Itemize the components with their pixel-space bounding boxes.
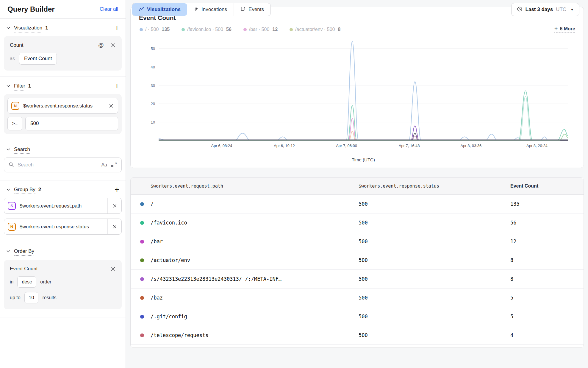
in-label: in (10, 279, 13, 285)
x-axis-title: Time (UTC) (159, 157, 568, 162)
table-row[interactable]: /s/432313e22313e28313e2430313/_/;/META-I… (131, 270, 584, 289)
legend-count: 8 (338, 27, 341, 32)
legend-item[interactable]: /actuator/env · 500 8 (290, 27, 340, 32)
add-filter-button[interactable]: + (113, 83, 121, 89)
cell-path: / (131, 195, 339, 213)
x-tick-label: Apr 6, 08:24 (211, 144, 232, 148)
filter-field-pill[interactable]: N $workers.event.response.status (7, 98, 118, 114)
number-type-icon: N (11, 102, 19, 110)
line-chart: 1020304050Apr 6, 08:24Apr 6, 19:12Apr 7,… (139, 39, 575, 162)
chevron-down-icon[interactable] (5, 83, 12, 89)
filter-value-input[interactable]: 500 (25, 117, 118, 130)
series-color-dot (140, 221, 144, 225)
legend-text: / · 500 (145, 27, 159, 32)
cell-count: 12 (491, 232, 584, 251)
chevron-down-icon[interactable] (5, 146, 12, 153)
time-range-picker[interactable]: Last 3 days UTC ▼ (511, 3, 579, 16)
close-icon[interactable] (110, 266, 116, 272)
visualization-alias-input[interactable]: Event Count (19, 53, 57, 65)
view-tabs: Visualizations Invocations Events (132, 3, 271, 16)
remove-filter-button[interactable] (104, 98, 118, 113)
legend-item[interactable]: / · 500 135 (140, 27, 170, 32)
path-value: /s/432313e22313e28313e2430313/_/;/META-I… (151, 276, 282, 282)
at-sign-icon[interactable]: @ (98, 42, 104, 49)
filter-count: 1 (28, 83, 31, 89)
cell-count: 8 (491, 251, 584, 269)
y-tick-label: 40 (151, 65, 155, 69)
legend-more-button[interactable]: + 6 More (554, 26, 575, 33)
path-value: /.git/config (151, 314, 187, 319)
path-value: /baz (151, 295, 163, 301)
order-direction-select[interactable]: desc (17, 276, 36, 288)
cell-count: 4 (491, 326, 584, 344)
filter-field-name: $workers.event.response.status (23, 103, 104, 109)
remove-group-by-button[interactable] (108, 219, 121, 234)
group-by-pill[interactable]: S $workers.event.request.path (4, 198, 122, 214)
visualization-function[interactable]: Count (10, 42, 23, 48)
series-other-purple (159, 126, 568, 141)
table-row[interactable]: /actuator/env5008 (131, 251, 584, 270)
query-builder-page: Query Builder Clear all Visualization 1 … (0, 0, 588, 368)
section-order-by: Order By Event Count in desc order up to… (0, 242, 126, 317)
section-filter: Filter 1 + N $workers.event.response.sta… (0, 77, 126, 140)
clear-all-link[interactable]: Clear all (100, 6, 118, 12)
number-type-icon: N (8, 223, 16, 231)
order-by-section-label: Order By (14, 248, 34, 254)
timezone-label: UTC (556, 7, 566, 13)
add-visualization-button[interactable]: + (113, 25, 121, 31)
cell-count: 56 (491, 213, 584, 232)
tab-label: Invocations (201, 7, 227, 13)
table-row[interactable]: /baz5005 (131, 289, 584, 307)
regex-icon[interactable]: * (111, 162, 117, 168)
cell-status: 500 (339, 270, 491, 288)
remove-group-by-button[interactable] (108, 198, 121, 213)
legend-text: /bar · 500 (249, 27, 269, 32)
tab-visualizations[interactable]: Visualizations (132, 3, 187, 16)
search-input[interactable]: Search Aa * (4, 158, 122, 172)
main-content: Visualizations Invocations Events Last 3… (126, 0, 588, 368)
limit-input[interactable]: 10 (24, 292, 39, 303)
close-icon[interactable] (110, 43, 116, 48)
cell-count: 5 (491, 289, 584, 307)
series-color-dot (140, 315, 144, 319)
column-header-path[interactable]: $workers.event.request.path (131, 178, 339, 194)
cell-path: /bar (131, 232, 339, 251)
table-row[interactable]: /telescope/requests5004 (131, 326, 584, 345)
cell-path: /favicon.ico (131, 213, 339, 232)
table-row[interactable]: /favicon.ico50056 (131, 213, 584, 232)
cell-status: 500 (339, 213, 491, 232)
string-type-icon: S (8, 202, 16, 210)
legend-item[interactable]: /bar · 500 12 (243, 27, 278, 32)
path-value: /bar (151, 238, 163, 244)
column-header-status[interactable]: $workers.event.response.status (339, 178, 491, 194)
series-color-dot (140, 258, 144, 262)
tab-events[interactable]: Events (234, 3, 270, 16)
tab-invocations[interactable]: Invocations (187, 3, 234, 16)
table-row[interactable]: /bar50012 (131, 232, 584, 251)
chevron-down-icon[interactable] (5, 248, 12, 255)
x-tick-label: Apr 8, 20:24 (526, 144, 548, 148)
search-placeholder: Search (18, 162, 98, 168)
filter-operator-select[interactable]: >= (7, 117, 22, 130)
x-tick-label: Apr 8, 03:36 (460, 144, 481, 148)
table-row[interactable]: /.git/config5005 (131, 307, 584, 326)
chevron-down-icon[interactable] (5, 186, 12, 193)
results-label: results (42, 295, 56, 300)
add-group-by-button[interactable]: + (113, 186, 121, 193)
column-header-count[interactable]: Event Count (491, 178, 584, 194)
cell-status: 500 (339, 251, 491, 269)
chevron-down-icon[interactable] (5, 25, 12, 31)
x-tick-label: Apr 7, 16:48 (399, 144, 420, 148)
group-by-field-name: $workers.event.response.status (20, 224, 107, 230)
chart-canvas[interactable] (159, 39, 568, 141)
order-by-field[interactable]: Event Count (10, 266, 38, 272)
legend-text: /actuator/env · 500 (295, 27, 335, 32)
match-case-icon[interactable]: Aa (101, 162, 107, 168)
more-label: 6 More (560, 26, 575, 32)
group-by-pill[interactable]: N $workers.event.response.status (4, 219, 122, 235)
legend-item[interactable]: /favicon.ico · 500 56 (182, 27, 232, 32)
x-axis-line (159, 140, 568, 141)
sidebar-header: Query Builder Clear all (0, 0, 126, 19)
divider (0, 317, 126, 317)
table-row[interactable]: /500135 (131, 195, 584, 213)
